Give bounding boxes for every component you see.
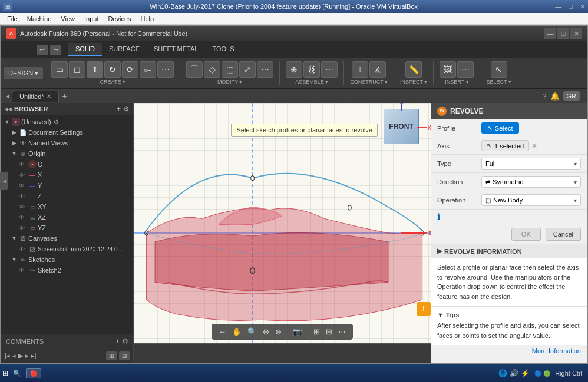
tree-item-origin-xy[interactable]: 👁 ▭ XY <box>1 201 133 212</box>
eye-screenshot[interactable]: 👁 <box>18 245 26 253</box>
tree-item-origin-o[interactable]: 👁 • O <box>1 159 133 170</box>
tree-item-sketches[interactable]: ▼ ✏ Sketches <box>1 254 133 265</box>
menu-input[interactable]: Input <box>80 14 103 24</box>
redo-btn[interactable]: ↪ <box>50 45 61 55</box>
modify-shell-icon[interactable]: ⬚ <box>222 61 238 78</box>
tree-item-named-views[interactable]: ▶ 👁 Named Views <box>1 138 133 148</box>
zoom-in2-icon[interactable]: ⊕ <box>261 326 271 337</box>
nav-timeline-btn[interactable]: ⊟ <box>119 351 130 360</box>
construct-plane-icon[interactable]: ⊥ <box>352 61 368 78</box>
eye-xz[interactable]: 👁 <box>18 213 26 221</box>
cortana-icon[interactable]: 🔍 <box>13 370 21 377</box>
assemble-new-component-icon[interactable]: ⊕ <box>286 61 302 78</box>
profile-select-btn[interactable]: ↖ Select <box>481 122 519 134</box>
tray-icon-1[interactable]: 🔵 <box>534 370 541 377</box>
tree-item-origin-x[interactable]: 👁 — X <box>1 170 133 180</box>
file-tab-untitled[interactable]: Untitled* ✕ <box>12 91 59 102</box>
modify-more-icon[interactable]: ⋯ <box>257 61 273 78</box>
direction-dropdown[interactable]: ⇄ Symmetric ▾ <box>481 176 581 188</box>
nav-start-btn[interactable]: |◂ <box>5 352 10 360</box>
select-icon[interactable]: ↖ <box>491 61 507 78</box>
fit-view-icon[interactable]: ↔ <box>217 326 228 337</box>
axis-clear-btn[interactable]: ✕ <box>531 142 537 150</box>
tree-item-origin[interactable]: ▼ ⊕ Origin <box>1 148 133 159</box>
zoom-out-icon[interactable]: ⊖ <box>273 326 283 337</box>
tree-item-doc-settings[interactable]: ▶ 📄 Document Settings <box>1 127 133 138</box>
info-icon[interactable]: ℹ <box>437 212 440 221</box>
operation-dropdown[interactable]: ⬚ New Body ▾ <box>481 194 581 206</box>
comments-expand-btn[interactable]: + <box>115 337 120 346</box>
taskbar-fusion-item[interactable]: 🔴 <box>26 368 41 378</box>
view-options-icon[interactable]: ⋯ <box>336 326 348 337</box>
insert-canvas-icon[interactable]: 🖼 <box>440 61 456 78</box>
browser-add-btn[interactable]: + <box>117 105 121 113</box>
nav-prev-btn[interactable]: ◂ <box>12 352 16 360</box>
tree-item-origin-z[interactable]: 👁 — Z <box>1 191 133 201</box>
eye-z[interactable]: 👁 <box>18 192 26 200</box>
inspect-measure-icon[interactable]: 📏 <box>405 61 422 78</box>
eye-xy[interactable]: 👁 <box>18 202 26 211</box>
help-icon[interactable]: ? <box>542 92 546 101</box>
menu-view[interactable]: View <box>56 14 80 24</box>
taskbar-volume-icon[interactable]: 🔊 <box>510 369 518 377</box>
pan-icon[interactable]: ✋ <box>230 326 243 337</box>
warning-icon[interactable]: ! <box>417 302 431 316</box>
right-ctrl-label[interactable]: Right Ctrl <box>555 370 582 377</box>
tree-item-canvases[interactable]: ▼ 🖼 Canvases <box>1 233 133 244</box>
fusion-close[interactable]: ✕ <box>570 28 582 39</box>
maximize-btn[interactable]: □ <box>569 3 573 11</box>
tree-item-origin-yz[interactable]: 👁 ▭ YZ <box>1 222 133 233</box>
menu-help[interactable]: Help <box>136 14 159 24</box>
user-avatar[interactable]: GR <box>563 91 580 101</box>
revolve-info-toggle[interactable]: ▶ REVOLVE INFORMATION <box>431 244 587 258</box>
taskbar-network-icon[interactable]: 🌐 <box>498 369 507 377</box>
view-grid-icon[interactable]: ⊞ <box>312 326 322 337</box>
camera-icon[interactable]: 📷 <box>291 326 304 337</box>
modify-scale-icon[interactable]: ⤢ <box>239 61 256 78</box>
tree-item-sketch2[interactable]: 👁 ✏ Sketch2 <box>1 265 133 275</box>
cancel-button[interactable]: Cancel <box>546 228 581 241</box>
comments-settings-btn[interactable]: ⚙ <box>122 337 128 346</box>
create-box-icon[interactable]: ▭ <box>51 61 68 78</box>
modify-fillet-icon[interactable]: ⌒ <box>186 61 203 78</box>
eye-o[interactable]: 👁 <box>18 160 26 168</box>
tree-item-unsaved[interactable]: ▼ ✦ (Unsaved) ⚙ <box>1 117 133 127</box>
tab-sheet-metal[interactable]: SHEET METAL <box>147 43 205 56</box>
menu-file[interactable]: File <box>2 14 22 24</box>
tray-icon-2[interactable]: 🟢 <box>543 370 550 377</box>
eye-x[interactable]: 👁 <box>18 171 26 179</box>
undo-btn[interactable]: ↩ <box>37 45 48 55</box>
create-extrude-icon[interactable]: ⬆ <box>87 61 103 78</box>
orientation-cube[interactable]: FRONT X Y Z <box>384 109 422 147</box>
close-btn[interactable]: ✕ <box>580 3 585 11</box>
sidebar-collapse-handle[interactable]: ◂ <box>1 172 8 190</box>
nav-end-btn[interactable]: ▸| <box>31 352 37 360</box>
view-mode-icon[interactable]: ⊟ <box>324 326 334 337</box>
nav-next-btn[interactable]: ▸ <box>25 352 29 360</box>
tab-surface[interactable]: SURFACE <box>102 43 147 56</box>
tab-tools[interactable]: TOOLS <box>205 43 241 56</box>
tips-toggle[interactable]: ▼ Tips <box>437 311 581 318</box>
zoom-in-icon[interactable]: 🔍 <box>246 326 259 337</box>
create-cylinder-icon[interactable]: ◻ <box>69 61 85 78</box>
ok-button[interactable]: OK <box>511 228 541 241</box>
type-dropdown[interactable]: Full ▾ <box>481 158 581 170</box>
fusion-maximize[interactable]: □ <box>557 28 569 39</box>
eye-yz[interactable]: 👁 <box>18 224 26 232</box>
minimize-btn[interactable]: — <box>555 3 561 11</box>
assemble-joint-icon[interactable]: ⛓ <box>303 61 320 78</box>
tab-close-icon[interactable]: ✕ <box>47 93 51 99</box>
tree-item-screenshot[interactable]: 👁 🖼 Screenshot from 2020-12-24 0... <box>1 244 133 254</box>
tree-item-origin-xz[interactable]: 👁 ▭ XZ <box>1 212 133 222</box>
tab-solid[interactable]: SOLID <box>68 43 102 56</box>
assemble-more-icon[interactable]: ⋯ <box>321 61 338 78</box>
menu-devices[interactable]: Devices <box>103 14 136 24</box>
nav-view-btn[interactable]: ⊞ <box>106 351 117 360</box>
fusion-minimize[interactable]: — <box>544 28 556 39</box>
create-revolve-icon[interactable]: ↻ <box>104 61 121 78</box>
insert-more-icon[interactable]: ⋯ <box>457 61 474 78</box>
tab-add-btn[interactable]: + <box>59 91 71 101</box>
tab-nav-left[interactable]: ◂ <box>4 91 12 101</box>
create-loft-icon[interactable]: ⟜ <box>140 61 156 78</box>
construct-axis-icon[interactable]: ∡ <box>369 61 386 78</box>
